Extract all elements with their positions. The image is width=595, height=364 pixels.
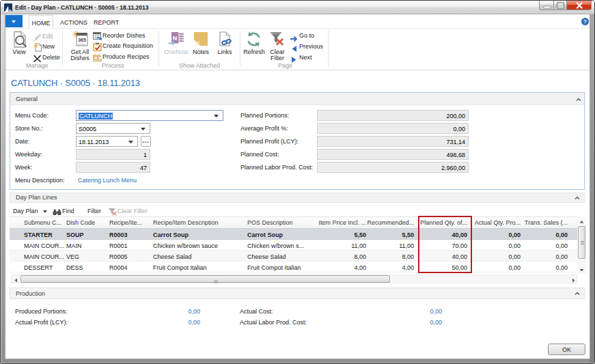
- svg-text:N: N: [173, 35, 177, 42]
- svg-text:365: 365: [78, 38, 86, 42]
- svg-text:PP: PP: [93, 53, 101, 60]
